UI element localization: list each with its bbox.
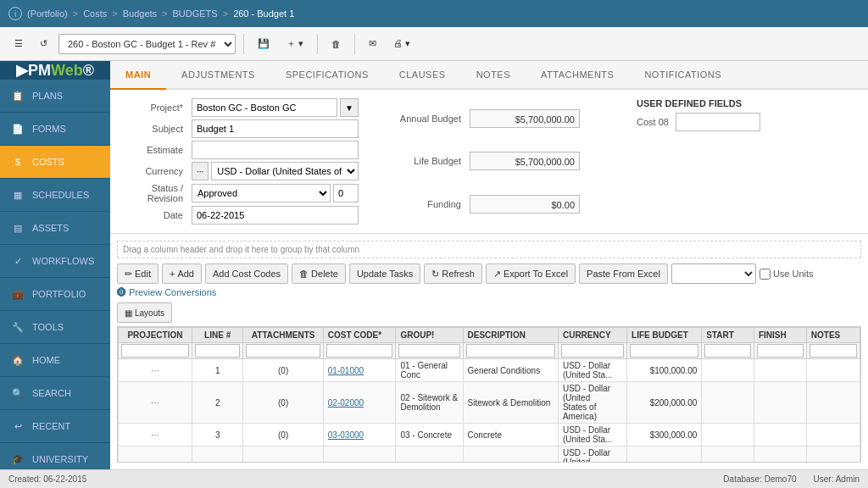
tab-adjustments[interactable]: ADJUSTMENTS xyxy=(166,61,270,90)
tab-notes[interactable]: NOTES xyxy=(461,61,526,90)
table-row: ··· 3 (0) 03-03000 03 - Concrete Concret… xyxy=(119,424,860,446)
edit-button[interactable]: ✏ Edit xyxy=(117,263,159,284)
action-dots[interactable]: ··· xyxy=(151,461,159,463)
menu-button[interactable]: ☰ xyxy=(8,35,29,53)
project-browse-button[interactable]: ▼ xyxy=(340,98,359,117)
add-cost-button[interactable]: + Add xyxy=(162,263,202,284)
cell-group: 01 - General Conc xyxy=(396,359,463,382)
filter-projection-input[interactable] xyxy=(121,344,189,358)
cell-line: 4 xyxy=(192,446,243,463)
layouts-label: Layouts xyxy=(135,308,164,318)
filter-cost-code-input[interactable] xyxy=(326,344,393,358)
sidebar-item-home[interactable]: 🏠 HOME xyxy=(0,344,110,377)
logo-text: ▶PMWeb® xyxy=(16,61,94,80)
email-button[interactable]: ✉ xyxy=(363,35,382,53)
action-dots[interactable]: ··· xyxy=(151,364,159,376)
col-start: START xyxy=(702,328,754,343)
delete-row-button[interactable]: 🗑 Delete xyxy=(292,263,346,284)
paste-label: Paste From Excel xyxy=(587,269,660,279)
sidebar-label-forms: FORMS xyxy=(32,124,66,134)
toolbar: ☰ ↺ 260 - Boston GC - Budget 1 - Rev # 💾… xyxy=(0,27,868,61)
sidebar-item-forms[interactable]: 📄 FORMS xyxy=(0,113,110,146)
delete-button[interactable]: 🗑 xyxy=(326,36,347,53)
view-select[interactable] xyxy=(671,263,756,284)
currency-ellipsis-button[interactable]: ··· xyxy=(192,162,209,180)
cell-notes xyxy=(806,382,860,424)
cell-group: 03 - Concrete xyxy=(396,424,463,446)
sidebar-label-recent: RECENT xyxy=(32,421,70,431)
col-group: GROUP! xyxy=(396,328,463,343)
revision-input[interactable] xyxy=(333,184,359,202)
breadcrumb-budgets[interactable]: Budgets xyxy=(123,8,157,19)
sidebar-item-assets[interactable]: ▤ ASSETS xyxy=(0,212,110,245)
cost-code-link[interactable]: 03-03000 xyxy=(328,430,364,440)
sidebar-item-university[interactable]: 🎓 UNIVERSITY xyxy=(0,443,110,469)
tab-clauses[interactable]: CLAUSES xyxy=(384,61,461,90)
use-units-checkbox[interactable] xyxy=(760,269,771,280)
cell-cost-code: 02-02000 xyxy=(323,382,396,424)
data-table: PROJECTION LINE # ATTACHMENTS COST CODE*… xyxy=(118,327,860,463)
col-attachments: ATTACHMENTS xyxy=(243,328,323,343)
cell-line: 2 xyxy=(192,382,243,424)
cost-code-link[interactable]: 02-02000 xyxy=(328,398,364,408)
cost-code-link[interactable]: 01-01000 xyxy=(328,366,364,375)
estimate-input[interactable] xyxy=(192,141,359,159)
sidebar-item-search[interactable]: 🔍 SEARCH xyxy=(0,377,110,410)
action-dots[interactable]: ··· xyxy=(151,429,159,441)
undo-button[interactable]: ↺ xyxy=(34,35,53,53)
subject-input[interactable] xyxy=(192,119,359,138)
breadcrumb-costs[interactable]: Costs xyxy=(83,8,107,19)
filter-description xyxy=(463,343,558,359)
preview-conversions-button[interactable]: ⓿ Preview Conversions xyxy=(117,287,216,297)
add-button[interactable]: ＋ ▾ xyxy=(281,34,309,53)
tab-main[interactable]: MAIN xyxy=(110,61,166,90)
update-tasks-button[interactable]: Update Tasks xyxy=(349,263,420,284)
sidebar-item-recent[interactable]: ↩ RECENT xyxy=(0,410,110,443)
sidebar-item-plans[interactable]: 📋 PLANS xyxy=(0,80,110,113)
currency-select[interactable]: USD - Dollar (United States of America) xyxy=(211,162,359,180)
breadcrumb-portfolio[interactable]: (Portfolio) xyxy=(27,8,68,19)
project-field-group: ▼ xyxy=(192,98,359,117)
sidebar-item-tools[interactable]: 🔧 TOOLS xyxy=(0,311,110,344)
cost-code-link[interactable]: 04-04000 xyxy=(328,463,364,463)
cell-currency: USD - Dollar (United Sta... xyxy=(558,359,626,382)
sidebar-item-workflows[interactable]: ✓ WORKFLOWS xyxy=(0,245,110,278)
print-button[interactable]: 🖨 ▾ xyxy=(387,35,416,53)
filter-attachments-input[interactable] xyxy=(246,344,320,358)
layouts-button[interactable]: ▦ Layouts xyxy=(117,302,172,323)
export-excel-button[interactable]: ↗ Export To Excel xyxy=(486,263,576,284)
refresh-button[interactable]: ↻ Refresh xyxy=(424,263,482,284)
record-dropdown[interactable]: 260 - Boston GC - Budget 1 - Rev # xyxy=(58,34,236,54)
filter-life-budget-input[interactable] xyxy=(630,344,698,358)
sidebar-item-schedules[interactable]: ▦ SCHEDULES xyxy=(0,179,110,212)
tab-notifications[interactable]: NOTIFICATIONS xyxy=(629,61,737,90)
status-select[interactable]: Approved xyxy=(192,184,331,202)
save-button[interactable]: 💾 xyxy=(252,35,275,53)
filter-finish-input[interactable] xyxy=(757,344,804,358)
filter-group-input[interactable] xyxy=(398,344,459,358)
date-input[interactable] xyxy=(192,206,359,225)
project-input[interactable] xyxy=(192,98,337,117)
sidebar-item-costs[interactable]: $ COSTS xyxy=(0,146,110,179)
filter-notes-input[interactable] xyxy=(810,344,857,358)
paste-excel-button[interactable]: Paste From Excel xyxy=(579,263,668,284)
action-dots[interactable]: ··· xyxy=(151,396,159,408)
filter-start-input[interactable] xyxy=(704,344,751,358)
tab-specifications[interactable]: SPECIFICATIONS xyxy=(270,61,384,90)
life-budget-value: $5,700,000.00 xyxy=(470,152,580,170)
udf-label: USER DEFINED FIELDS xyxy=(637,98,855,108)
edit-icon: ✏ xyxy=(125,269,132,280)
schedules-icon: ▦ xyxy=(10,187,25,202)
tab-attachments[interactable]: ATTACHMENTS xyxy=(526,61,629,90)
cell-projection: ··· xyxy=(119,382,192,424)
filter-line-input[interactable] xyxy=(195,344,241,358)
info-icon[interactable]: i xyxy=(8,7,22,20)
breadcrumb-budgets-all[interactable]: BUDGETS xyxy=(173,8,218,19)
sidebar-item-portfolio[interactable]: 💼 PORTFOLIO xyxy=(0,278,110,311)
cell-cost-code: 04-04000 xyxy=(323,446,396,463)
add-cost-codes-button[interactable]: Add Cost Codes xyxy=(205,263,288,284)
cost08-input[interactable] xyxy=(676,113,760,131)
filter-currency-input[interactable] xyxy=(561,344,624,358)
sidebar-label-portfolio: PORTFOLIO xyxy=(32,289,86,299)
filter-description-input[interactable] xyxy=(466,344,555,358)
